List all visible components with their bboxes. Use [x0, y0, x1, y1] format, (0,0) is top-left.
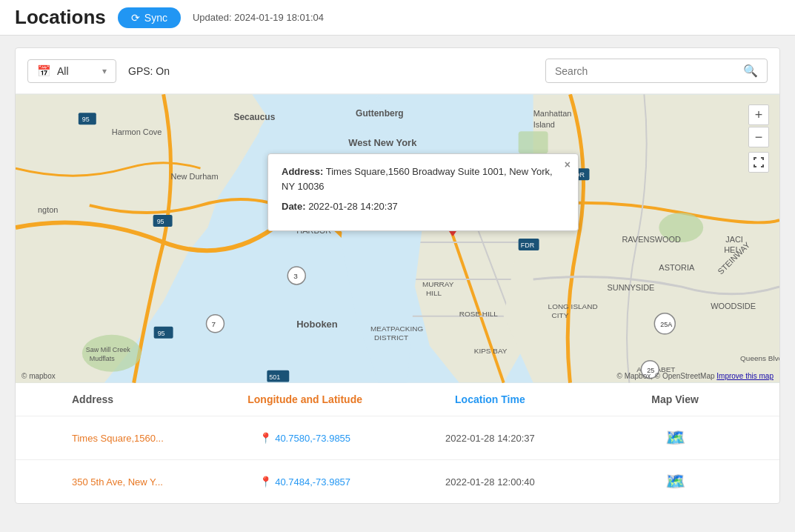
popup-date-line: Date: 2022-01-28 14:20:37	[282, 199, 565, 214]
row1-mapview[interactable]: 🗺️	[582, 428, 768, 448]
svg-text:West New York: West New York	[348, 137, 417, 148]
svg-text:95: 95	[157, 218, 164, 225]
svg-text:MEATPACKING: MEATPACKING	[370, 325, 423, 333]
svg-text:Harmon Cove: Harmon Cove	[112, 127, 162, 136]
svg-text:Guttenberg: Guttenberg	[356, 108, 404, 119]
sync-icon: ⟳	[131, 12, 140, 24]
svg-text:WOODSIDE: WOODSIDE	[711, 302, 756, 310]
map-controls: + −	[748, 104, 769, 173]
svg-text:ASTORIA: ASTORIA	[659, 263, 695, 272]
svg-text:Hoboken: Hoboken	[296, 319, 338, 330]
svg-text:Saw Mill Creek: Saw Mill Creek	[86, 346, 130, 353]
row2-mapview[interactable]: 🗺️	[582, 472, 768, 491]
svg-text:SUNNYSIDE: SUNNYSIDE	[607, 283, 654, 292]
svg-text:JACI: JACI	[725, 235, 743, 244]
svg-text:7: 7	[211, 320, 216, 328]
row1-coords-value: 40.7580,-73.9855	[275, 433, 350, 444]
gps-status: GPS: On	[128, 65, 170, 77]
popup-close-button[interactable]: ×	[565, 159, 571, 170]
svg-text:RAVENSWOOD: RAVENSWOOD	[622, 235, 681, 244]
filter-label: All	[57, 65, 69, 77]
svg-text:HILL: HILL	[426, 289, 442, 297]
page-title: Locations	[15, 6, 106, 29]
zoom-in-button[interactable]: +	[748, 104, 769, 125]
map-attribution: © Mapbox, © OpenStreetMap Improve this m…	[616, 372, 774, 380]
calendar-icon: 📅	[37, 64, 51, 78]
map-popup: × Address: Times Square,1560 Broadway Su…	[267, 153, 579, 231]
map-view-icon: 🗺️	[665, 472, 685, 491]
page-header: Locations ⟳ Sync Updated: 2024-01-19 18:…	[0, 0, 795, 36]
popup-date-value: 2022-01-28 14:20:37	[308, 201, 398, 212]
sync-button[interactable]: ⟳ Sync	[118, 7, 181, 28]
filter-select[interactable]: 📅 All ▾	[27, 59, 116, 83]
toolbar: 📅 All ▾ GPS: On 🔍	[16, 48, 779, 94]
svg-text:25A: 25A	[660, 321, 672, 328]
row1-address[interactable]: Times Square,1560...	[27, 433, 213, 444]
svg-text:DISTRICT: DISTRICT	[374, 333, 408, 342]
location-pin-icon: 📍	[259, 432, 272, 444]
popup-address-label: Address:	[282, 166, 323, 177]
svg-text:Queens Blvd: Queens Blvd	[740, 354, 779, 362]
svg-text:Mudflats: Mudflats	[90, 355, 115, 362]
svg-text:CITY: CITY	[552, 311, 569, 319]
svg-text:New Durham: New Durham	[171, 172, 219, 181]
search-wrapper: 🔍	[545, 59, 768, 83]
sync-label: Sync	[144, 12, 167, 24]
svg-text:3: 3	[293, 272, 298, 280]
row1-time: 2022-01-28 14:20:37	[398, 433, 583, 444]
search-icon: 🔍	[743, 64, 758, 78]
row2-address[interactable]: 350 5th Ave, New Y...	[27, 476, 213, 488]
svg-text:ngton: ngton	[38, 205, 58, 214]
svg-text:MURRAY: MURRAY	[422, 280, 454, 288]
popup-address-line: Address: Times Square,1560 Broadway Suit…	[282, 164, 565, 193]
row2-coords-value: 40.7484,-73.9857	[275, 476, 350, 488]
map-view-icon: 🗺️	[665, 428, 685, 447]
svg-text:KIPS BAY: KIPS BAY	[474, 347, 508, 355]
row2-time: 2022-01-28 12:00:40	[398, 476, 583, 488]
fullscreen-button[interactable]	[748, 152, 769, 173]
col-header-mapview: Map View	[582, 393, 768, 405]
svg-text:FDR: FDR	[521, 242, 535, 249]
svg-text:Secaucus: Secaucus	[233, 112, 275, 122]
map-background: ngton Harmon Cove Secaucus Guttenberg We…	[16, 94, 779, 383]
col-header-address: Address	[27, 393, 213, 405]
updated-text: Updated: 2024-01-19 18:01:04	[193, 12, 324, 23]
map-logo: © mapbox	[21, 372, 56, 380]
chevron-down-icon: ▾	[102, 66, 107, 76]
table-row: 350 5th Ave, New Y... 📍 40.7484,-73.9857…	[16, 460, 779, 503]
attribution-text: © Mapbox, © OpenStreetMap	[616, 372, 714, 380]
svg-text:95: 95	[82, 116, 90, 123]
col-header-coords: Longitude and Latitude	[213, 393, 398, 405]
zoom-out-button[interactable]: −	[748, 127, 769, 147]
improve-map-link[interactable]: Improve this map	[716, 372, 774, 380]
location-pin-icon: 📍	[259, 476, 272, 488]
svg-text:Island: Island	[533, 120, 555, 129]
svg-text:501: 501	[269, 373, 280, 381]
logo-text: © mapbox	[21, 372, 56, 380]
map-container: ngton Harmon Cove Secaucus Guttenberg We…	[16, 94, 779, 383]
svg-text:ROSE HILL: ROSE HILL	[459, 310, 499, 318]
row2-coords[interactable]: 📍 40.7484,-73.9857	[213, 476, 398, 488]
table-header: Address Longitude and Latitude Location …	[16, 383, 779, 416]
svg-rect-14	[519, 131, 548, 153]
col-header-time: Location Time	[398, 393, 583, 405]
svg-text:LONG ISLAND: LONG ISLAND	[548, 302, 598, 310]
popup-date-label: Date:	[282, 201, 306, 212]
svg-text:95: 95	[158, 330, 165, 337]
svg-text:Manhattan: Manhattan	[533, 109, 572, 118]
main-content: 📅 All ▾ GPS: On 🔍	[15, 47, 780, 504]
search-input[interactable]	[555, 65, 743, 77]
row1-coords[interactable]: 📍 40.7580,-73.9855	[213, 432, 398, 444]
table-row: Times Square,1560... 📍 40.7580,-73.9855 …	[16, 416, 779, 460]
